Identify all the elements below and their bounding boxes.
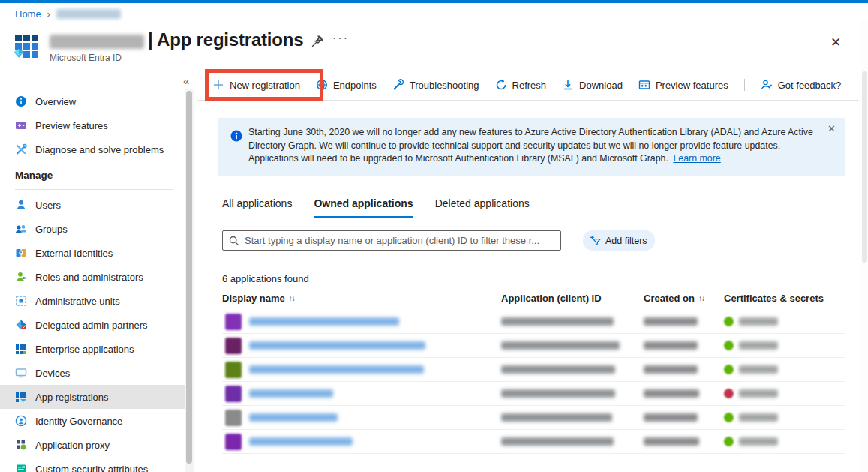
refresh-icon	[495, 79, 507, 91]
sidebar-scrollbar[interactable]	[185, 89, 194, 472]
sidebar-item-app-registrations[interactable]: App registrations	[0, 385, 185, 409]
sidebar-nav: Overview Preview features Diagnose and s…	[0, 71, 185, 472]
tab-owned-applications[interactable]: Owned applications	[314, 197, 413, 218]
groups-icon	[15, 223, 27, 235]
banner-close-icon[interactable]: ✕	[827, 123, 836, 134]
table-row[interactable]	[222, 358, 845, 382]
content-scrollbar[interactable]	[860, 20, 868, 472]
application-tabs: All applications Owned applications Dele…	[222, 197, 530, 218]
status-label-redacted	[739, 437, 778, 446]
table-row[interactable]	[222, 334, 845, 358]
roles-icon	[15, 271, 27, 283]
sidebar-item-label: App registrations	[35, 392, 109, 403]
got-feedback-button[interactable]: Got feedback?	[761, 79, 842, 91]
table-row[interactable]	[222, 406, 845, 430]
endpoints-label: Endpoints	[333, 80, 377, 91]
sidebar-item-enterprise-apps[interactable]: Enterprise applications	[0, 337, 185, 361]
learn-more-link[interactable]: Learn more	[673, 153, 720, 164]
sidebar-item-application-proxy[interactable]: Application proxy	[0, 433, 185, 457]
app-name-redacted[interactable]	[249, 437, 353, 446]
column-created-on[interactable]: Created on ↑↓	[644, 293, 704, 304]
new-registration-button[interactable]: New registration	[212, 79, 300, 91]
banner-text: Starting June 30th, 2020 we will no long…	[248, 126, 822, 166]
sidebar-item-overview[interactable]: Overview	[0, 89, 185, 113]
sidebar-item-delegated-admin[interactable]: Delegated admin partners	[0, 313, 185, 337]
sidebar-section-manage: Manage	[0, 170, 185, 185]
refresh-button[interactable]: Refresh	[495, 79, 547, 91]
command-bar: New registration Endpoints Troubleshooti…	[197, 70, 857, 100]
sort-icon[interactable]: ↑↓	[289, 294, 295, 302]
app-name-redacted[interactable]	[249, 317, 399, 326]
tab-all-applications[interactable]: All applications	[222, 197, 292, 218]
content-scrollbar-thumb[interactable]	[862, 71, 867, 263]
created-on-redacted	[644, 317, 698, 326]
status-dot	[724, 341, 734, 350]
sidebar-item-diagnose[interactable]: Diagnose and solve problems	[0, 137, 185, 161]
sidebar: « Overview Preview features Diagnose and…	[0, 71, 195, 472]
column-label: Certificates & secrets	[724, 293, 824, 304]
sidebar-collapse-icon[interactable]: «	[183, 74, 189, 87]
pin-icon[interactable]	[310, 34, 325, 49]
app-name-redacted[interactable]	[249, 389, 333, 398]
app-id-redacted	[501, 413, 612, 422]
user-icon	[15, 199, 27, 211]
preview-features-label: Preview features	[656, 80, 728, 91]
breadcrumb: Home ›	[15, 8, 121, 20]
download-button[interactable]: Download	[562, 79, 623, 91]
troubleshooting-label: Troubleshooting	[410, 80, 479, 91]
sidebar-item-identity-governance[interactable]: Identity Governance	[0, 409, 185, 433]
created-on-redacted	[644, 341, 698, 350]
column-certificates-secrets[interactable]: Certificates & secrets	[724, 293, 824, 304]
status-dot	[724, 437, 734, 446]
breadcrumb-separator: ›	[47, 9, 50, 20]
service-subtitle: Microsoft Entra ID	[50, 53, 122, 63]
sidebar-item-preview-features[interactable]: Preview features	[0, 113, 185, 137]
tab-deleted-applications[interactable]: Deleted applications	[435, 197, 530, 218]
app-name-redacted[interactable]	[249, 365, 424, 374]
sidebar-divider	[15, 189, 173, 190]
status-dot	[724, 317, 734, 326]
sort-icon[interactable]: ↑↓	[698, 294, 704, 302]
app-avatar	[225, 434, 242, 450]
table-row[interactable]	[222, 310, 845, 334]
sidebar-item-users[interactable]: Users	[0, 193, 185, 217]
sidebar-item-label: Custom security attributes	[35, 464, 148, 472]
sidebar-item-label: Application proxy	[35, 440, 110, 451]
breadcrumb-tenant-redacted[interactable]	[56, 9, 121, 19]
enterprise-apps-icon	[15, 343, 27, 355]
sidebar-item-groups[interactable]: Groups	[0, 217, 185, 241]
sidebar-scrollbar-thumb[interactable]	[186, 91, 192, 464]
table-row[interactable]	[222, 382, 845, 406]
app-name-redacted[interactable]	[249, 341, 425, 350]
search-input[interactable]: Start typing a display name or applicati…	[222, 230, 561, 251]
column-display-name[interactable]: Display name ↑↓	[222, 293, 295, 304]
add-filters-button[interactable]: Add filters	[583, 230, 655, 251]
close-blade-icon[interactable]: ✕	[827, 33, 844, 52]
sidebar-item-devices[interactable]: Devices	[0, 361, 185, 385]
breadcrumb-home-link[interactable]: Home	[15, 8, 41, 20]
sidebar-item-roles[interactable]: Roles and administrators	[0, 265, 185, 289]
sidebar-item-external-identities[interactable]: External Identities	[0, 241, 185, 265]
search-placeholder: Start typing a display name or applicati…	[245, 235, 539, 246]
sidebar-item-admin-units[interactable]: Administrative units	[0, 289, 185, 313]
got-feedback-label: Got feedback?	[778, 80, 842, 91]
endpoints-button[interactable]: Endpoints	[316, 79, 377, 91]
sidebar-item-custom-security-attributes[interactable]: Custom security attributes	[0, 457, 185, 472]
troubleshooting-button[interactable]: Troubleshooting	[392, 79, 479, 91]
app-id-redacted	[501, 341, 620, 350]
column-application-id[interactable]: Application (client) ID	[501, 293, 602, 304]
app-name-redacted[interactable]	[249, 413, 338, 422]
sidebar-item-label: Enterprise applications	[35, 344, 134, 355]
preview-features-button[interactable]: Preview features	[638, 79, 728, 91]
devices-icon	[15, 367, 27, 379]
status-label-redacted	[739, 341, 778, 350]
created-on-redacted	[644, 389, 699, 398]
results-count: 6 applications found	[222, 273, 309, 284]
preview-features-icon	[15, 119, 27, 131]
sidebar-item-label: External Identities	[35, 248, 113, 259]
app-id-redacted	[501, 365, 615, 374]
app-avatar	[225, 386, 242, 402]
download-label: Download	[579, 80, 623, 91]
table-row[interactable]	[222, 430, 845, 454]
more-options-icon[interactable]: ···	[332, 32, 349, 45]
